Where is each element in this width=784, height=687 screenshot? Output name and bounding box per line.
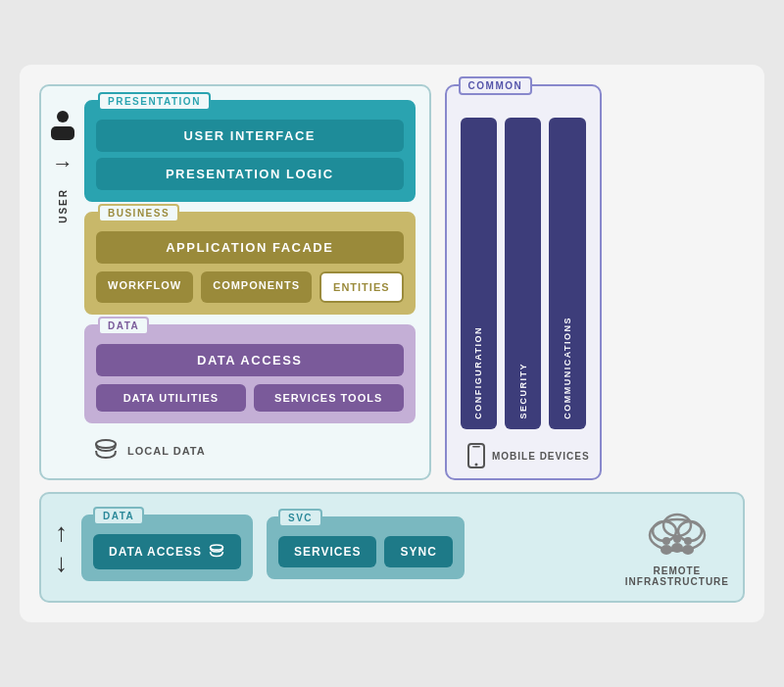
svg-point-4 bbox=[474, 464, 477, 466]
data-panel: DATA DATA ACCESS DATA UTILITIES SERVICES… bbox=[84, 324, 416, 423]
services-tools-button[interactable]: SERVICES TOOLS bbox=[254, 384, 404, 412]
presentation-panel: PRESENTATION USER INTERFACE PRESENTATION… bbox=[84, 100, 416, 202]
services-button[interactable]: SERVICES bbox=[278, 536, 376, 567]
inner-panels: PRESENTATION USER INTERFACE PRESENTATION… bbox=[84, 100, 416, 465]
bottom-svc-panel: SVC SERVICES SYNC bbox=[267, 516, 465, 579]
svg-rect-5 bbox=[472, 446, 480, 448]
svg-rect-0 bbox=[57, 111, 69, 123]
user-column: → USER bbox=[41, 100, 84, 465]
bottom-data-label: DATA bbox=[93, 507, 144, 525]
svg-point-14 bbox=[671, 543, 683, 553]
mobile-label: MOBILE DEVICES bbox=[492, 451, 590, 462]
bottom-section: ↑ ↓ DATA DATA ACCESS SVC SERVICES SYNC bbox=[39, 492, 745, 603]
data-label: DATA bbox=[98, 317, 149, 335]
components-button[interactable]: COMPONENTS bbox=[201, 271, 312, 303]
communications-label: COMMUNICATIONS bbox=[563, 317, 572, 419]
ui-button[interactable]: USER INTERFACE bbox=[96, 120, 404, 152]
svg-point-15 bbox=[684, 537, 692, 545]
remote-infra-icon bbox=[643, 508, 711, 562]
bottom-icons-row: LOCAL DATA bbox=[84, 433, 416, 465]
svg-point-11 bbox=[662, 537, 670, 545]
architecture-diagram: → USER PRESENTATION USER INTERFACE PRESE… bbox=[20, 65, 764, 622]
data-row: DATA UTILITIES SERVICES TOOLS bbox=[96, 384, 404, 412]
bottom-db-icon bbox=[208, 543, 225, 561]
database-icon bbox=[92, 437, 120, 465]
entities-button[interactable]: ENTITIES bbox=[319, 271, 404, 303]
mobile-section: MOBILE DEVICES bbox=[457, 443, 590, 468]
business-panel: BUSINESS APPLICATION FACADE WORKFLOW COM… bbox=[84, 212, 416, 315]
svg-point-16 bbox=[682, 545, 694, 555]
svg-point-2 bbox=[96, 440, 116, 448]
outer-frame: → USER PRESENTATION USER INTERFACE PRESE… bbox=[39, 84, 431, 480]
facade-button[interactable]: APPLICATION FACADE bbox=[96, 231, 404, 264]
remote-infra-label: REMOTE INFRASTRUCTURE bbox=[625, 565, 729, 587]
svg-point-6 bbox=[211, 544, 223, 549]
bottom-svc-label: SVC bbox=[278, 509, 322, 527]
svg-point-12 bbox=[661, 545, 672, 555]
common-label: COMMON bbox=[459, 76, 533, 95]
common-bars: CONFIGURATION SECURITY COMMUNICATIONS bbox=[457, 110, 590, 437]
sync-button[interactable]: SYNC bbox=[384, 536, 452, 567]
local-data-label: LOCAL DATA bbox=[127, 445, 206, 457]
svg-rect-1 bbox=[51, 126, 74, 140]
user-label: USER bbox=[58, 188, 69, 223]
bottom-data-access-button[interactable]: DATA ACCESS bbox=[93, 534, 241, 569]
data-access-button[interactable]: DATA ACCESS bbox=[96, 344, 404, 376]
mobile-icon bbox=[466, 443, 486, 468]
local-data-section: LOCAL DATA bbox=[92, 437, 206, 465]
workflow-button[interactable]: WORKFLOW bbox=[96, 271, 193, 303]
user-arrow-icon: → bbox=[52, 151, 74, 176]
configuration-bar: CONFIGURATION bbox=[461, 118, 497, 429]
bottom-data-panel: DATA DATA ACCESS bbox=[81, 515, 253, 581]
common-panel: COMMON CONFIGURATION SECURITY COMMUNICAT… bbox=[445, 84, 602, 480]
svc-row: SERVICES SYNC bbox=[278, 536, 453, 567]
security-bar: SECURITY bbox=[505, 118, 541, 429]
data-utilities-button[interactable]: DATA UTILITIES bbox=[96, 384, 246, 412]
double-arrow-icon: ↑ ↓ bbox=[55, 517, 68, 578]
presentation-label: PRESENTATION bbox=[98, 92, 211, 111]
top-section: → USER PRESENTATION USER INTERFACE PRESE… bbox=[39, 84, 745, 480]
svg-point-13 bbox=[673, 535, 681, 543]
configuration-label: CONFIGURATION bbox=[473, 326, 483, 419]
user-icon bbox=[49, 110, 76, 141]
presentation-logic-button[interactable]: PRESENTATION LOGIC bbox=[96, 158, 404, 190]
business-row: WORKFLOW COMPONENTS ENTITIES bbox=[96, 271, 404, 303]
business-label: BUSINESS bbox=[98, 204, 179, 222]
security-label: SECURITY bbox=[518, 363, 528, 419]
remote-infrastructure: REMOTE INFRASTRUCTURE bbox=[625, 508, 729, 587]
communications-bar: COMMUNICATIONS bbox=[549, 118, 585, 429]
